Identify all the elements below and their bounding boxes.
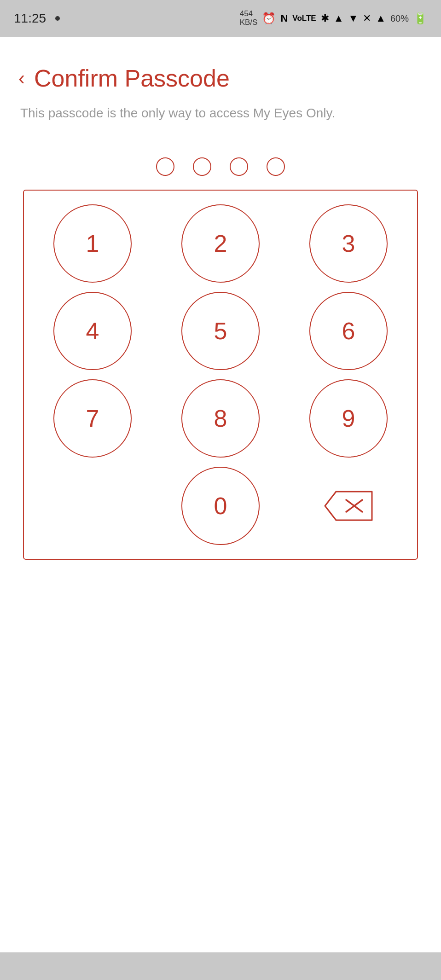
key-circle-5[interactable]: 5 <box>181 292 260 370</box>
key-circle-9[interactable]: 9 <box>309 379 388 458</box>
signal-bars-icon: ▲ <box>376 12 386 24</box>
key-circle-0[interactable]: 0 <box>181 467 260 545</box>
main-content: ‹ Confirm Passcode This passcode is the … <box>0 37 441 952</box>
status-dot <box>55 16 60 21</box>
volte-icon: VoLTE <box>292 14 316 23</box>
key-circle-3[interactable]: 3 <box>309 204 388 283</box>
battery-percent: 60% <box>390 13 409 24</box>
data-speed-icon: 454KB/S <box>240 10 258 27</box>
key-button-0[interactable]: 0 <box>161 467 280 545</box>
key-button-9[interactable]: 9 <box>289 379 408 458</box>
key-button-6[interactable]: 6 <box>289 292 408 370</box>
key-button-8[interactable]: 8 <box>161 379 280 458</box>
page-header: ‹ Confirm Passcode <box>18 64 423 92</box>
key-circle-2[interactable]: 2 <box>181 204 260 283</box>
key-button-7[interactable]: 7 <box>33 379 152 458</box>
wifi-icon: ▼ <box>348 12 358 24</box>
key-button-5[interactable]: 5 <box>161 292 280 370</box>
battery-icon: 🔋 <box>413 12 427 25</box>
keypad-container: 1 2 3 4 5 6 7 8 <box>23 190 418 560</box>
key-circle-6[interactable]: 6 <box>309 292 388 370</box>
passcode-dot-2 <box>193 157 211 176</box>
page-title: Confirm Passcode <box>34 64 230 92</box>
back-button[interactable]: ‹ <box>18 69 25 88</box>
signal-x-icon: ✕ <box>363 12 371 24</box>
passcode-dot-4 <box>267 157 285 176</box>
key-button-3[interactable]: 3 <box>289 204 408 283</box>
status-time: 11:25 <box>14 11 46 26</box>
status-icons: 454KB/S ⏰ N VoLTE ✱ ▲ ▼ ✕ ▲ 60% 🔋 <box>240 10 427 27</box>
key-circle-1[interactable]: 1 <box>53 204 132 283</box>
key-circle-7[interactable]: 7 <box>53 379 132 458</box>
key-circle-4[interactable]: 4 <box>53 292 132 370</box>
alarm-icon: ⏰ <box>262 12 276 25</box>
key-button-2[interactable]: 2 <box>161 204 280 283</box>
bottom-bar <box>0 952 441 980</box>
passcode-dots <box>18 157 423 176</box>
page-subtitle: This passcode is the only way to access … <box>20 106 423 121</box>
key-empty <box>33 467 152 545</box>
signal-icon: ▲ <box>334 12 344 24</box>
key-circle-8[interactable]: 8 <box>181 379 260 458</box>
key-button-backspace[interactable] <box>289 467 408 545</box>
keypad-grid: 1 2 3 4 5 6 7 8 <box>33 204 408 545</box>
passcode-dot-1 <box>156 157 174 176</box>
status-bar: 11:25 454KB/S ⏰ N VoLTE ✱ ▲ ▼ ✕ ▲ 60% 🔋 <box>0 0 441 37</box>
nfc-icon: N <box>280 12 288 24</box>
passcode-dot-3 <box>230 157 248 176</box>
key-button-1[interactable]: 1 <box>33 204 152 283</box>
bluetooth-icon: ✱ <box>321 12 329 24</box>
key-button-4[interactable]: 4 <box>33 292 152 370</box>
backspace-icon[interactable] <box>323 490 374 522</box>
